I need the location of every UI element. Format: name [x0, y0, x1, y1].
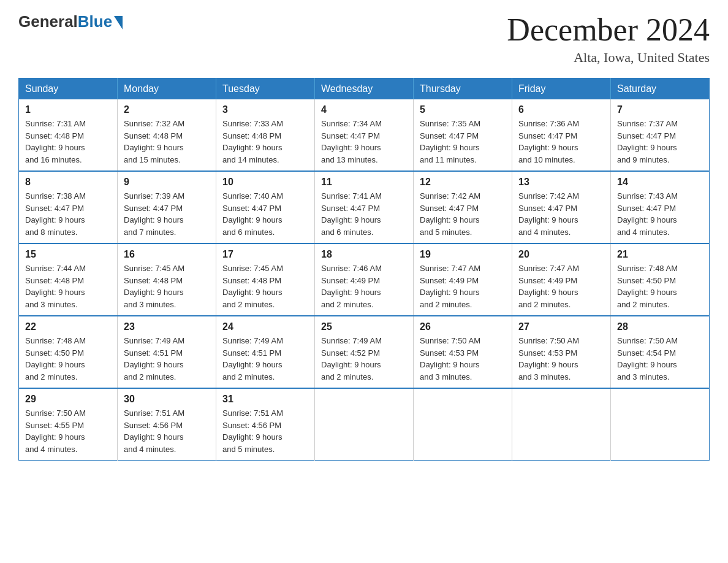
calendar-cell: 21 Sunrise: 7:48 AMSunset: 4:50 PMDaylig…	[611, 243, 710, 316]
day-number: 6	[518, 104, 604, 115]
day-info: Sunrise: 7:38 AMSunset: 4:47 PMDaylight:…	[25, 191, 86, 237]
day-number: 21	[617, 249, 703, 260]
calendar-cell: 19 Sunrise: 7:47 AMSunset: 4:49 PMDaylig…	[414, 243, 512, 316]
calendar-cell: 16 Sunrise: 7:45 AMSunset: 4:48 PMDaylig…	[118, 243, 216, 316]
day-number: 24	[222, 321, 308, 332]
calendar-day-header: Thursday	[414, 79, 512, 100]
calendar-day-header: Monday	[118, 79, 216, 100]
day-number: 15	[25, 249, 111, 260]
logo-general-text: General	[18, 12, 78, 31]
logo: General Blue	[18, 12, 123, 31]
calendar-cell: 23 Sunrise: 7:49 AMSunset: 4:51 PMDaylig…	[118, 316, 216, 388]
calendar-day-header: Saturday	[611, 79, 710, 100]
day-number: 25	[321, 321, 407, 332]
calendar-cell: 24 Sunrise: 7:49 AMSunset: 4:51 PMDaylig…	[216, 316, 315, 388]
calendar-day-header: Wednesday	[315, 79, 414, 100]
month-title: December 2024	[507, 12, 710, 47]
day-info: Sunrise: 7:49 AMSunset: 4:52 PMDaylight:…	[321, 336, 382, 381]
calendar-week-row: 1 Sunrise: 7:31 AMSunset: 4:48 PMDayligh…	[19, 99, 710, 171]
calendar-week-row: 22 Sunrise: 7:48 AMSunset: 4:50 PMDaylig…	[19, 316, 710, 388]
day-info: Sunrise: 7:48 AMSunset: 4:50 PMDaylight:…	[25, 336, 86, 381]
day-number: 4	[321, 104, 407, 115]
calendar-cell: 6 Sunrise: 7:36 AMSunset: 4:47 PMDayligh…	[512, 99, 611, 171]
day-number: 11	[321, 177, 407, 188]
calendar-cell: 25 Sunrise: 7:49 AMSunset: 4:52 PMDaylig…	[315, 316, 414, 388]
day-info: Sunrise: 7:50 AMSunset: 4:55 PMDaylight:…	[25, 408, 86, 454]
title-section: December 2024 Alta, Iowa, United States	[507, 12, 710, 66]
day-info: Sunrise: 7:44 AMSunset: 4:48 PMDaylight:…	[25, 264, 86, 309]
day-number: 19	[420, 249, 506, 260]
calendar-header-row: SundayMondayTuesdayWednesdayThursdayFrid…	[19, 79, 710, 100]
calendar-day-header: Sunday	[19, 79, 118, 100]
day-number: 16	[124, 249, 210, 260]
day-number: 20	[518, 249, 604, 260]
day-info: Sunrise: 7:39 AMSunset: 4:47 PMDaylight:…	[124, 191, 184, 237]
calendar-cell: 18 Sunrise: 7:46 AMSunset: 4:49 PMDaylig…	[315, 243, 414, 316]
day-info: Sunrise: 7:33 AMSunset: 4:48 PMDaylight:…	[222, 119, 283, 164]
calendar-week-row: 15 Sunrise: 7:44 AMSunset: 4:48 PMDaylig…	[19, 243, 710, 316]
day-info: Sunrise: 7:42 AMSunset: 4:47 PMDaylight:…	[420, 191, 480, 237]
day-info: Sunrise: 7:50 AMSunset: 4:54 PMDaylight:…	[617, 336, 678, 381]
day-info: Sunrise: 7:32 AMSunset: 4:48 PMDaylight:…	[124, 119, 184, 164]
calendar-cell: 4 Sunrise: 7:34 AMSunset: 4:47 PMDayligh…	[315, 99, 414, 171]
calendar-cell: 1 Sunrise: 7:31 AMSunset: 4:48 PMDayligh…	[19, 99, 118, 171]
calendar-cell: 13 Sunrise: 7:42 AMSunset: 4:47 PMDaylig…	[512, 171, 611, 243]
logo-triangle-icon	[114, 16, 123, 29]
day-info: Sunrise: 7:49 AMSunset: 4:51 PMDaylight:…	[124, 336, 184, 381]
day-info: Sunrise: 7:41 AMSunset: 4:47 PMDaylight:…	[321, 191, 382, 237]
calendar-cell: 9 Sunrise: 7:39 AMSunset: 4:47 PMDayligh…	[118, 171, 216, 243]
day-number: 9	[124, 177, 210, 188]
day-info: Sunrise: 7:42 AMSunset: 4:47 PMDaylight:…	[518, 191, 579, 237]
calendar-cell: 20 Sunrise: 7:47 AMSunset: 4:49 PMDaylig…	[512, 243, 611, 316]
day-info: Sunrise: 7:45 AMSunset: 4:48 PMDaylight:…	[124, 264, 184, 309]
day-info: Sunrise: 7:43 AMSunset: 4:47 PMDaylight:…	[617, 191, 678, 237]
day-info: Sunrise: 7:47 AMSunset: 4:49 PMDaylight:…	[420, 264, 480, 309]
calendar-cell: 27 Sunrise: 7:50 AMSunset: 4:53 PMDaylig…	[512, 316, 611, 388]
calendar-cell: 8 Sunrise: 7:38 AMSunset: 4:47 PMDayligh…	[19, 171, 118, 243]
calendar-cell: 31 Sunrise: 7:51 AMSunset: 4:56 PMDaylig…	[216, 388, 315, 461]
day-info: Sunrise: 7:45 AMSunset: 4:48 PMDaylight:…	[222, 264, 283, 309]
day-info: Sunrise: 7:34 AMSunset: 4:47 PMDaylight:…	[321, 119, 382, 164]
calendar-day-header: Friday	[512, 79, 611, 100]
day-info: Sunrise: 7:50 AMSunset: 4:53 PMDaylight:…	[518, 336, 579, 381]
calendar-cell	[512, 388, 611, 461]
day-number: 8	[25, 177, 111, 188]
day-number: 17	[222, 249, 308, 260]
calendar-cell: 30 Sunrise: 7:51 AMSunset: 4:56 PMDaylig…	[118, 388, 216, 461]
day-info: Sunrise: 7:40 AMSunset: 4:47 PMDaylight:…	[222, 191, 283, 237]
day-number: 29	[25, 394, 111, 405]
day-number: 12	[420, 177, 506, 188]
calendar-cell: 2 Sunrise: 7:32 AMSunset: 4:48 PMDayligh…	[118, 99, 216, 171]
day-info: Sunrise: 7:31 AMSunset: 4:48 PMDaylight:…	[25, 119, 86, 164]
day-number: 7	[617, 104, 703, 115]
calendar-cell: 5 Sunrise: 7:35 AMSunset: 4:47 PMDayligh…	[414, 99, 512, 171]
day-info: Sunrise: 7:51 AMSunset: 4:56 PMDaylight:…	[222, 408, 283, 454]
calendar-cell: 22 Sunrise: 7:48 AMSunset: 4:50 PMDaylig…	[19, 316, 118, 388]
calendar-cell: 17 Sunrise: 7:45 AMSunset: 4:48 PMDaylig…	[216, 243, 315, 316]
day-number: 13	[518, 177, 604, 188]
calendar-cell: 11 Sunrise: 7:41 AMSunset: 4:47 PMDaylig…	[315, 171, 414, 243]
day-number: 31	[222, 394, 308, 405]
day-info: Sunrise: 7:49 AMSunset: 4:51 PMDaylight:…	[222, 336, 283, 381]
day-number: 10	[222, 177, 308, 188]
calendar-cell	[611, 388, 710, 461]
calendar-cell: 29 Sunrise: 7:50 AMSunset: 4:55 PMDaylig…	[19, 388, 118, 461]
day-info: Sunrise: 7:37 AMSunset: 4:47 PMDaylight:…	[617, 119, 678, 164]
day-number: 3	[222, 104, 308, 115]
day-number: 14	[617, 177, 703, 188]
day-number: 2	[124, 104, 210, 115]
day-number: 30	[124, 394, 210, 405]
calendar-cell: 14 Sunrise: 7:43 AMSunset: 4:47 PMDaylig…	[611, 171, 710, 243]
calendar-cell	[414, 388, 512, 461]
day-number: 28	[617, 321, 703, 332]
day-info: Sunrise: 7:35 AMSunset: 4:47 PMDaylight:…	[420, 119, 480, 164]
day-number: 23	[124, 321, 210, 332]
day-number: 26	[420, 321, 506, 332]
day-info: Sunrise: 7:46 AMSunset: 4:49 PMDaylight:…	[321, 264, 382, 309]
logo-blue-text: Blue	[78, 12, 112, 31]
calendar-cell: 15 Sunrise: 7:44 AMSunset: 4:48 PMDaylig…	[19, 243, 118, 316]
day-number: 1	[25, 104, 111, 115]
day-info: Sunrise: 7:51 AMSunset: 4:56 PMDaylight:…	[124, 408, 184, 454]
day-number: 5	[420, 104, 506, 115]
calendar-cell: 10 Sunrise: 7:40 AMSunset: 4:47 PMDaylig…	[216, 171, 315, 243]
